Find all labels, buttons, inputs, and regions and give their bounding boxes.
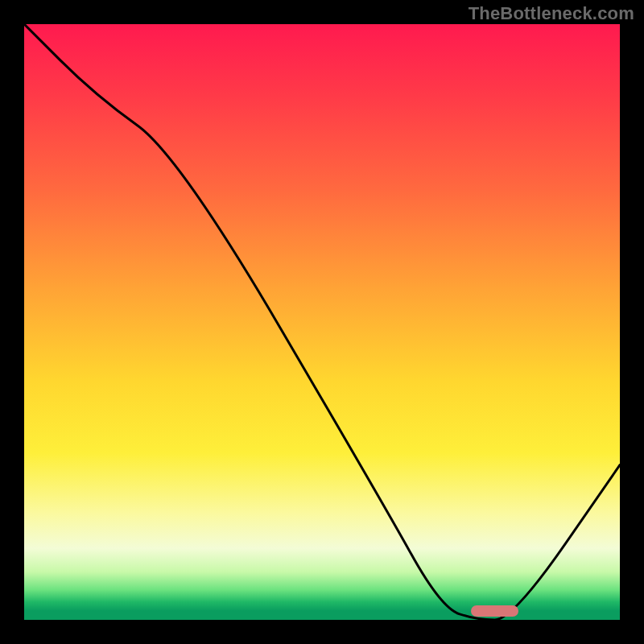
- watermark-text: TheBottleneck.com: [469, 3, 634, 24]
- chart-area: [24, 24, 620, 620]
- optimal-marker: [471, 605, 518, 617]
- curve-path: [24, 24, 620, 620]
- bottleneck-curve: [24, 24, 620, 620]
